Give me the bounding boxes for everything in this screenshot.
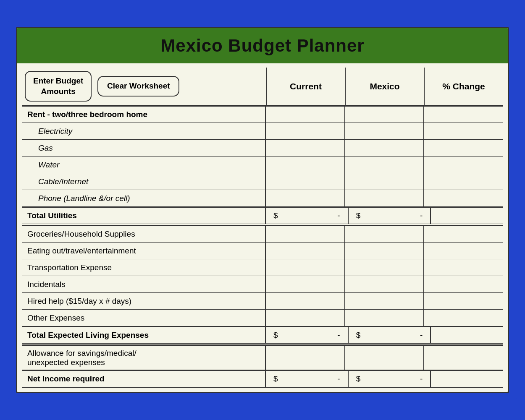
eating-current[interactable] — [266, 243, 345, 259]
cable-change[interactable] — [424, 173, 503, 190]
eating-label: Eating out/travel/entertainment — [22, 243, 266, 259]
incidentals-mexico[interactable] — [345, 276, 425, 292]
column-headers: Current Mexico % Change — [266, 68, 503, 105]
water-label: Water — [22, 157, 266, 173]
phone-mexico[interactable] — [345, 190, 425, 206]
electricity-label: Electricity — [22, 123, 266, 139]
gas-current[interactable] — [266, 140, 345, 156]
current-header: Current — [267, 68, 346, 105]
enter-budget-button[interactable]: Enter BudgetAmounts — [25, 71, 92, 102]
header: Mexico Budget Planner — [17, 28, 508, 63]
phone-label: Phone (Landline &/or cell) — [22, 190, 266, 206]
total-utilities-label: Total Utilities — [22, 208, 266, 224]
rent-current[interactable] — [266, 107, 345, 123]
hired-data — [266, 293, 503, 309]
table-row: Gas — [22, 140, 503, 157]
transport-mexico[interactable] — [345, 259, 425, 276]
groceries-change[interactable] — [424, 226, 503, 242]
electricity-change[interactable] — [424, 123, 503, 139]
cable-data — [266, 173, 503, 190]
table-row: Transportation Expense — [22, 259, 503, 276]
allowance-mexico[interactable] — [345, 346, 425, 370]
net-income-label: Net Income required — [22, 371, 266, 387]
other-current[interactable] — [266, 310, 345, 326]
other-label: Other Expenses — [22, 310, 266, 326]
content: Enter BudgetAmounts Clear Worksheet Curr… — [17, 63, 508, 392]
table-row: Phone (Landline &/or cell) — [22, 190, 503, 207]
net-income-mexico[interactable]: $ - — [349, 371, 431, 387]
total-living-row: Total Expected Living Expenses $ - $ - — [22, 326, 503, 345]
transport-data — [266, 259, 503, 276]
table-row: Incidentals — [22, 276, 503, 293]
allowance-data — [266, 346, 503, 370]
groceries-current[interactable] — [266, 226, 345, 242]
total-utilities-mexico[interactable]: $ - — [349, 208, 431, 224]
transport-current[interactable] — [266, 259, 345, 276]
table-row: Allowance for savings/medical/ unexpecte… — [22, 345, 503, 370]
total-living-change[interactable] — [431, 327, 503, 343]
table-row: Groceries/Household Supplies — [22, 225, 503, 243]
incidentals-current[interactable] — [266, 276, 345, 292]
groceries-data — [266, 226, 503, 242]
phone-current[interactable] — [266, 190, 345, 206]
incidentals-data — [266, 276, 503, 292]
net-income-data: $ - $ - — [266, 371, 503, 387]
total-living-label: Total Expected Living Expenses — [22, 327, 266, 343]
cable-mexico[interactable] — [345, 173, 425, 190]
mexico-header: Mexico — [346, 68, 425, 105]
groceries-label: Groceries/Household Supplies — [22, 226, 266, 242]
hired-mexico[interactable] — [345, 293, 425, 309]
other-data — [266, 310, 503, 326]
electricity-current[interactable] — [266, 123, 345, 139]
hired-current[interactable] — [266, 293, 345, 309]
allowance-current[interactable] — [266, 346, 345, 370]
change-header: % Change — [425, 68, 503, 105]
water-mexico[interactable] — [345, 157, 425, 173]
net-income-change[interactable] — [431, 371, 503, 387]
phone-change[interactable] — [424, 190, 503, 206]
other-change[interactable] — [424, 310, 503, 326]
other-mexico[interactable] — [345, 310, 425, 326]
hired-change[interactable] — [424, 293, 503, 309]
cable-current[interactable] — [266, 173, 345, 190]
table-row: Water — [22, 157, 503, 173]
rent-change[interactable] — [424, 107, 503, 123]
total-utilities-row: Total Utilities $ - $ - — [22, 207, 503, 225]
total-utilities-change[interactable] — [431, 208, 503, 224]
hired-label: Hired help ($15/day x # days) — [22, 293, 266, 309]
electricity-data — [266, 123, 503, 139]
gas-mexico[interactable] — [345, 140, 425, 156]
net-income-current[interactable]: $ - — [266, 371, 349, 387]
eating-mexico[interactable] — [345, 243, 425, 259]
gas-change[interactable] — [424, 140, 503, 156]
outer-frame: Mexico Budget Planner Enter BudgetAmount… — [8, 19, 517, 401]
total-utilities-current[interactable]: $ - — [266, 208, 349, 224]
allowance-change[interactable] — [424, 346, 503, 370]
total-living-current[interactable]: $ - — [266, 327, 349, 343]
eating-data — [266, 243, 503, 259]
electricity-mexico[interactable] — [345, 123, 425, 139]
transport-change[interactable] — [424, 259, 503, 276]
rent-data — [266, 107, 503, 123]
inner-frame: Mexico Budget Planner Enter BudgetAmount… — [16, 27, 509, 393]
clear-worksheet-button[interactable]: Clear Worksheet — [97, 76, 179, 97]
water-change[interactable] — [424, 157, 503, 173]
incidentals-change[interactable] — [424, 276, 503, 292]
groceries-mexico[interactable] — [345, 226, 425, 242]
gas-label: Gas — [22, 140, 266, 156]
water-current[interactable] — [266, 157, 345, 173]
table-row: Rent - two/three bedroom home — [22, 106, 503, 123]
rent-mexico[interactable] — [345, 107, 425, 123]
net-income-row: Net Income required $ - $ - — [22, 370, 503, 388]
transport-label: Transportation Expense — [22, 259, 266, 276]
cable-label: Cable/Internet — [22, 173, 266, 190]
incidentals-label: Incidentals — [22, 276, 266, 292]
rent-label: Rent - two/three bedroom home — [22, 107, 266, 123]
total-living-mexico[interactable]: $ - — [349, 327, 431, 343]
eating-change[interactable] — [424, 243, 503, 259]
table-row: Cable/Internet — [22, 173, 503, 190]
page-title: Mexico Budget Planner — [21, 36, 504, 56]
water-data — [266, 157, 503, 173]
allowance-label: Allowance for savings/medical/ unexpecte… — [22, 346, 266, 370]
button-area: Enter BudgetAmounts Clear Worksheet — [22, 68, 266, 105]
